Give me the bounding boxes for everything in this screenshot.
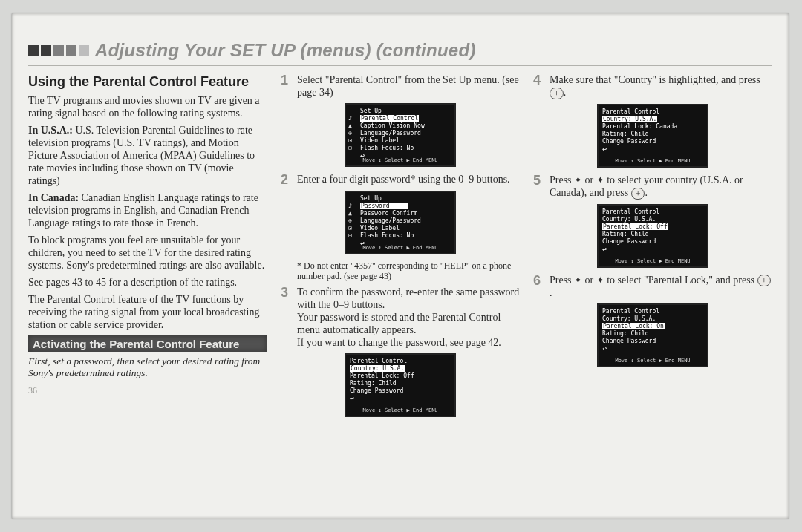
step-text: To confirm the password, re-enter the sa… [297, 286, 520, 349]
page-title: Adjusting Your SET UP (menus) (continued… [95, 40, 476, 61]
paragraph: The TV programs and movies shown on TV a… [28, 94, 267, 119]
down-arrow-icon: ✦ [596, 275, 604, 286]
plus-button-icon: + [631, 188, 645, 200]
paragraph: In U.S.A.: U.S. Television Parental Guid… [28, 124, 267, 187]
step-number: 2 [281, 173, 291, 186]
column-right: 4 Make sure that "Country" is highlighte… [533, 73, 772, 423]
plus-button-icon: + [550, 88, 564, 99]
header-ornament [28, 45, 89, 56]
step-3: 3 To confirm the password, re-enter the … [281, 286, 520, 349]
paragraph: In Canada: Canadian English Language rat… [28, 191, 267, 229]
step-number: 1 [281, 73, 291, 99]
step-text: Select "Parental Control" from the Set U… [297, 73, 520, 99]
paragraph: See pages 43 to 45 for a description of … [28, 276, 267, 289]
up-arrow-icon: ✦ [574, 275, 582, 286]
footnote: * Do not enter "4357" corresponding to "… [297, 260, 520, 281]
section-heading: Using the Parental Control Feature [28, 73, 267, 90]
step-text: Press ✦ or ✦ to select "Parental Lock," … [550, 274, 772, 300]
column-left: Using the Parental Control Feature The T… [28, 73, 267, 423]
step-number: 6 [533, 274, 544, 300]
lead-label: In Canada: [28, 192, 79, 203]
osd-screenshot-6: Parental Control Country: U.S.A. Parenta… [597, 303, 708, 367]
osd-screenshot-4: Parental Control Country: U.S.A. Parenta… [597, 104, 708, 168]
step-text: Press ✦ or ✦ to select your country (U.S… [550, 174, 772, 200]
paragraph: The Parental Control feature of the TV f… [28, 293, 267, 331]
osd-screenshot-1: ♪▲⊕⊡⊟ Set Up Parental Control Caption Vi… [345, 103, 456, 167]
step-number: 5 [533, 174, 544, 200]
page-number: 36 [28, 385, 267, 396]
lead-label: In U.S.A.: [28, 125, 73, 136]
step-4: 4 Make sure that "Country" is highlighte… [533, 73, 772, 99]
divider [28, 65, 772, 66]
step-2: 2 Enter a four digit password* using the… [281, 173, 520, 186]
intro-text: First, set a password, then select your … [28, 355, 267, 379]
step-number: 3 [281, 286, 291, 349]
step-1: 1 Select "Parental Control" from the Set… [281, 73, 520, 99]
paragraph: To block programs you feel are unsuitabl… [28, 234, 267, 272]
step-number: 4 [533, 73, 544, 99]
osd-screenshot-2: ♪▲⊕⊡⊟ Set Up Password ---- Password Conf… [345, 191, 456, 254]
step-5: 5 Press ✦ or ✦ to select your country (U… [533, 174, 772, 200]
osd-screenshot-3: Parental Control Country: U.S.A. Parenta… [345, 353, 456, 417]
plus-button-icon: + [757, 275, 772, 286]
step-text: Enter a four digit password* using the 0… [297, 173, 510, 186]
sub-section-heading: Activating the Parental Control Feature [28, 335, 267, 352]
down-arrow-icon: ✦ [596, 174, 604, 185]
step-text: Make sure that "Country" is highlighted,… [550, 73, 772, 99]
column-middle: 1 Select "Parental Control" from the Set… [281, 73, 520, 423]
up-arrow-icon: ✦ [574, 174, 582, 185]
step-6: 6 Press ✦ or ✦ to select "Parental Lock,… [533, 274, 772, 300]
header: Adjusting Your SET UP (menus) (continued… [28, 40, 772, 61]
osd-screenshot-5: Parental Control Country: U.S.A. Parenta… [597, 204, 708, 268]
